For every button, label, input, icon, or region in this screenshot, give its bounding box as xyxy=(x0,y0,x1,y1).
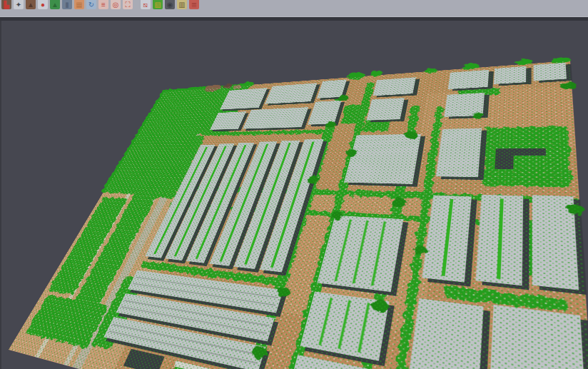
refresh-globe-icon[interactable]: ↻ xyxy=(86,0,96,9)
main-toolbar: ▙✦▲●▲▮▦↻≡◎⛶⧅▧◉▥≣ xyxy=(0,0,588,17)
histogram-icon[interactable]: ▥ xyxy=(177,0,187,9)
mesh-icon[interactable]: ▲ xyxy=(26,0,36,9)
speckle-over-layer xyxy=(9,61,588,369)
camera-icon[interactable]: ◉ xyxy=(165,0,175,9)
save-file-icon[interactable]: ✦ xyxy=(14,0,24,9)
crop-selection-icon[interactable]: ⛶ xyxy=(123,0,133,9)
ortho-view-icon[interactable]: ▦ xyxy=(74,0,84,9)
clone-icon[interactable]: ● xyxy=(38,0,48,9)
record-circle-icon[interactable]: ◎ xyxy=(111,0,121,9)
open-file-icon[interactable]: ▙ xyxy=(1,0,11,9)
ruler-icon[interactable]: ▮ xyxy=(62,0,72,9)
measure-lines-icon[interactable]: ≣ xyxy=(189,0,199,9)
classified-point-cloud xyxy=(9,61,588,369)
application-window: ▙✦▲●▲▮▦↻≡◎⛶⧅▧◉▥≣ xyxy=(0,0,588,369)
classification-colormap-icon[interactable]: ▧ xyxy=(153,0,163,9)
3d-viewport[interactable] xyxy=(0,21,588,369)
layers-icon[interactable]: ≡ xyxy=(98,0,108,9)
terrain-icon[interactable]: ▲ xyxy=(50,0,60,9)
point-cloud-scene xyxy=(9,61,588,369)
grid-slash-icon[interactable]: ⧅ xyxy=(141,0,151,9)
